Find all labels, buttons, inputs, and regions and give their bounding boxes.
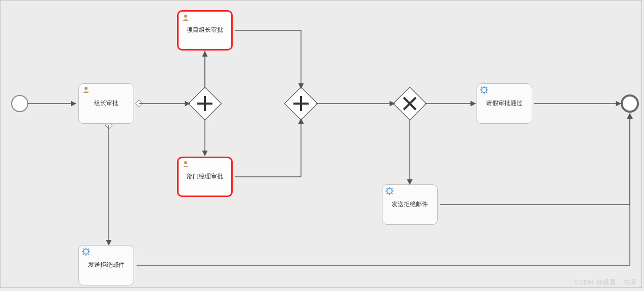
task-label: 项目组长审批 xyxy=(187,26,223,34)
user-icon xyxy=(182,14,190,24)
end-event[interactable] xyxy=(622,95,638,112)
flow-dept-to-join xyxy=(235,119,301,177)
user-icon xyxy=(82,86,90,96)
task-label: 请假审批通过 xyxy=(486,100,523,108)
task-label: 发送拒绝邮件 xyxy=(88,261,124,269)
user-icon xyxy=(182,160,190,171)
task-dept-manager-approval[interactable]: 部门经理审批 xyxy=(177,157,233,197)
gateway-exclusive[interactable] xyxy=(393,87,426,120)
task-reject-mail-bottom[interactable]: 发送拒绝邮件 xyxy=(78,245,134,285)
gear-icon xyxy=(385,187,394,198)
gear-icon xyxy=(480,86,488,96)
gateway-parallel-split[interactable] xyxy=(188,87,221,120)
task-reject-mail-top[interactable]: 发送拒绝邮件 xyxy=(382,184,438,225)
task-group-leader-approval[interactable]: 组长审批 xyxy=(78,83,134,124)
task-label: 部门经理审批 xyxy=(187,173,223,181)
task-project-leader-approval[interactable]: 项目组长审批 xyxy=(177,10,233,51)
watermark: CSDN @盛夏、白泽 xyxy=(574,278,637,287)
flow-project-to-join xyxy=(235,30,301,88)
task-label: 发送拒绝邮件 xyxy=(392,201,428,209)
task-approve-mail[interactable]: 请假审批通过 xyxy=(477,83,532,124)
gateway-parallel-join[interactable] xyxy=(284,87,317,120)
task-label: 组长审批 xyxy=(94,100,118,108)
bpmn-canvas[interactable]: 组长审批 项目组长审批 部门经理审批 请假审批通过 发送拒绝邮件 发送拒绝邮件 … xyxy=(0,0,644,291)
flow-reject-to-end xyxy=(440,114,630,205)
start-event[interactable] xyxy=(12,95,28,112)
gear-icon xyxy=(82,248,90,258)
